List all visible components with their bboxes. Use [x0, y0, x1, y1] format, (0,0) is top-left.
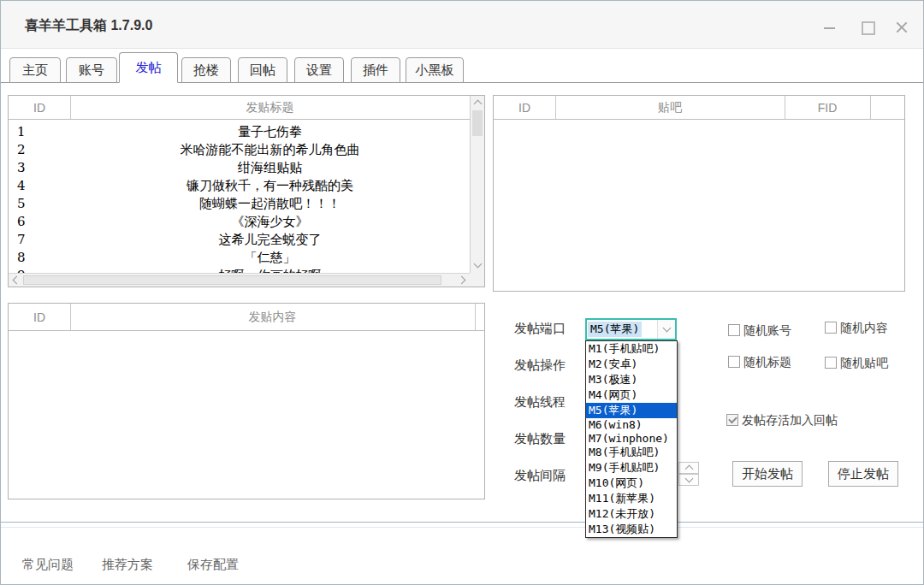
save-config-link[interactable]: 保存配置 [187, 557, 239, 573]
dropdown-option[interactable]: M11(新苹果) [586, 491, 677, 506]
table-row[interactable]: 8「仁慈」 [9, 249, 470, 267]
dropdown-option[interactable]: M6(win8) [586, 418, 677, 432]
tieba-table: ID 贴吧 FID [493, 95, 905, 292]
tab-account[interactable]: 账号 [66, 57, 117, 83]
col-header-id[interactable]: ID [9, 96, 70, 119]
tab-plugin[interactable]: 插件 [351, 57, 400, 83]
dropdown-option[interactable]: M3(极速) [586, 372, 677, 387]
title-bar: 喜羊羊工具箱 1.7.9.0 [1, 1, 923, 49]
chevron-left-icon [13, 276, 21, 285]
col-header-post-title[interactable]: 发贴标题 [70, 96, 470, 119]
table-row[interactable]: 7这希儿完全蜕变了 [9, 231, 470, 249]
combobox-value: M5(苹果) [588, 322, 642, 337]
table-row[interactable]: 9好啊，你画的好啊 [9, 267, 470, 273]
post-count-label: 发帖数量 [514, 431, 591, 448]
random-tieba-label: 随机贴吧 [840, 356, 888, 370]
post-title-table-header: ID 发贴标题 [9, 96, 470, 120]
scroll-down-button[interactable] [471, 258, 484, 272]
chevron-up-icon [684, 465, 693, 474]
interval-spinner [678, 462, 699, 486]
scroll-up-button[interactable] [471, 96, 484, 109]
table-row[interactable]: 1量子七伤拳 [9, 123, 470, 141]
col-header-fid[interactable]: FID [785, 96, 870, 119]
scrollbar-thumb[interactable] [23, 275, 441, 285]
chevron-down-icon [662, 324, 671, 333]
scrollbar-thumb[interactable] [472, 110, 483, 136]
random-title-checkbox[interactable] [728, 356, 740, 368]
scroll-right-button[interactable] [456, 274, 470, 287]
post-title-rows: 1量子七伤拳 2米哈游能不能出新的希儿角色曲 3绀海组贴贴 4镰刀做秋千，有一种… [9, 120, 470, 273]
tab-reply[interactable]: 回帖 [238, 57, 287, 83]
start-post-button[interactable]: 开始发帖 [732, 461, 803, 487]
minimize-icon [824, 27, 835, 29]
maximize-icon [862, 21, 875, 35]
chevron-down-icon [473, 260, 482, 269]
vertical-scrollbar[interactable] [470, 96, 484, 273]
dropdown-option[interactable]: M1(手机贴吧) [586, 341, 677, 357]
tieba-table-header: ID 贴吧 FID [494, 96, 904, 120]
stop-post-button[interactable]: 停止发帖 [828, 461, 898, 487]
random-tieba-checkbox[interactable] [825, 357, 837, 369]
horizontal-scrollbar[interactable] [9, 273, 470, 287]
post-thread-label: 发帖线程 [514, 394, 591, 411]
dropdown-option[interactable]: M8(手机贴吧) [586, 445, 677, 460]
col-header-tieba[interactable]: 贴吧 [555, 96, 785, 119]
post-title-table: ID 发贴标题 1量子七伤拳 2米哈游能不能出新的希儿角色曲 3绀海组贴贴 4镰… [8, 95, 485, 287]
post-interval-label: 发帖间隔 [514, 468, 591, 485]
post-content-table: ID 发贴内容 [8, 303, 485, 499]
tab-home[interactable]: 主页 [9, 57, 61, 83]
chevron-right-icon [458, 276, 466, 285]
random-account-label: 随机账号 [743, 323, 791, 338]
window-title: 喜羊羊工具箱 1.7.9.0 [25, 17, 152, 35]
faq-link[interactable]: 常见问题 [22, 557, 74, 573]
app-window: 喜羊羊工具箱 1.7.9.0 主页 账号 发帖 抢楼 回帖 设置 插件 小黑板 … [0, 0, 924, 585]
tab-settings[interactable]: 设置 [294, 57, 344, 83]
dropdown-option[interactable]: M10(网页) [586, 476, 677, 491]
scrollbar-corner [470, 273, 484, 287]
random-content-checkbox[interactable] [825, 322, 837, 334]
minimize-button[interactable] [822, 20, 838, 35]
tab-grab-floor[interactable]: 抢楼 [181, 57, 231, 83]
tab-blackboard[interactable]: 小黑板 [406, 57, 464, 83]
table-row[interactable]: 2米哈游能不能出新的希儿角色曲 [9, 141, 470, 159]
alive-join-reply-checkbox[interactable] [726, 414, 738, 426]
chevron-down-icon [684, 475, 693, 483]
post-action-label: 发帖操作 [514, 358, 591, 375]
post-port-combobox[interactable]: M5(苹果) [585, 318, 677, 340]
tab-post[interactable]: 发帖 [119, 52, 178, 83]
pane-bottom-border [1, 522, 923, 523]
alive-join-reply-label: 发帖存活加入回帖 [742, 413, 838, 428]
chevron-up-icon [473, 100, 482, 109]
col-header-post-content[interactable]: 发贴内容 [70, 304, 475, 330]
col-header-id[interactable]: ID [494, 96, 555, 119]
recommend-link[interactable]: 推荐方案 [102, 557, 153, 573]
dropdown-option[interactable]: M4(网页) [586, 387, 677, 403]
table-row[interactable]: 5随蝴蝶一起消散吧！！！ [9, 195, 470, 213]
combobox-dropdown-button[interactable] [657, 320, 675, 339]
table-row[interactable]: 4镰刀做秋千，有一种残酷的美 [9, 177, 470, 195]
col-header-id[interactable]: ID [9, 304, 70, 330]
spinner-up-button[interactable] [678, 462, 699, 474]
random-content-label: 随机内容 [840, 321, 888, 335]
random-title-label: 随机标题 [743, 355, 791, 369]
dropdown-option[interactable]: M13(视频贴) [586, 522, 677, 537]
post-port-label: 发帖端口 [514, 321, 591, 338]
maximize-button[interactable] [860, 20, 875, 35]
spinner-down-button[interactable] [678, 474, 699, 486]
table-row[interactable]: 3绀海组贴贴 [9, 159, 470, 177]
close-button[interactable] [894, 20, 909, 35]
footer-divider [1, 527, 923, 528]
dropdown-option[interactable]: M7(winphone) [586, 432, 677, 446]
random-account-checkbox[interactable] [728, 324, 740, 336]
dropdown-option[interactable]: M2(安卓) [586, 357, 677, 372]
dropdown-option-selected[interactable]: M5(苹果) [586, 403, 677, 418]
dropdown-option[interactable]: M12(未开放) [586, 506, 677, 522]
table-row[interactable]: 6《深海少女》 [9, 213, 470, 231]
port-dropdown-list: M1(手机贴吧) M2(安卓) M3(极速) M4(网页) M5(苹果) M6(… [585, 340, 678, 538]
post-content-table-header: ID 发贴内容 [9, 304, 484, 331]
dropdown-option[interactable]: M9(手机贴吧) [586, 460, 677, 476]
scroll-left-button[interactable] [9, 274, 22, 287]
